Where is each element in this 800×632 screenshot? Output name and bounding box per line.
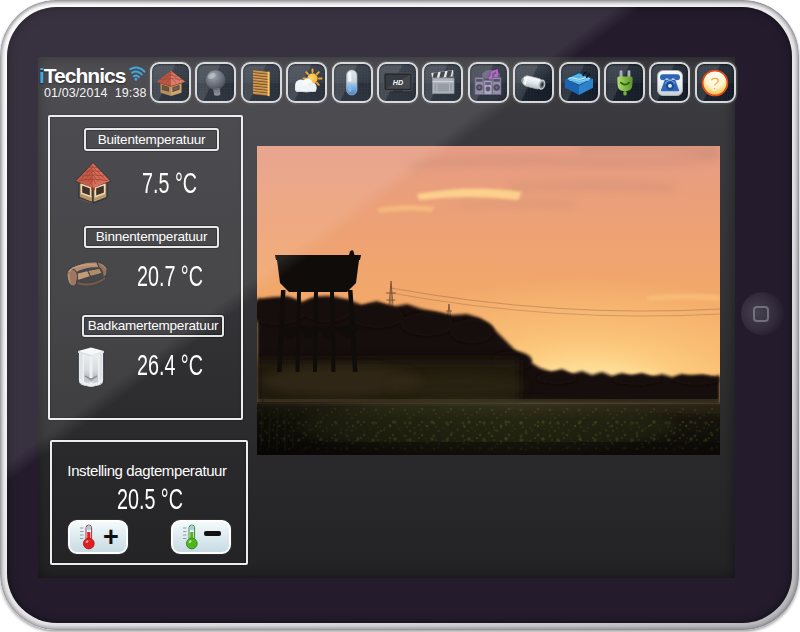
svg-text:?: ? [710,73,721,93]
svg-text:HD: HD [392,78,402,87]
svg-text:°c: °c [359,81,365,87]
